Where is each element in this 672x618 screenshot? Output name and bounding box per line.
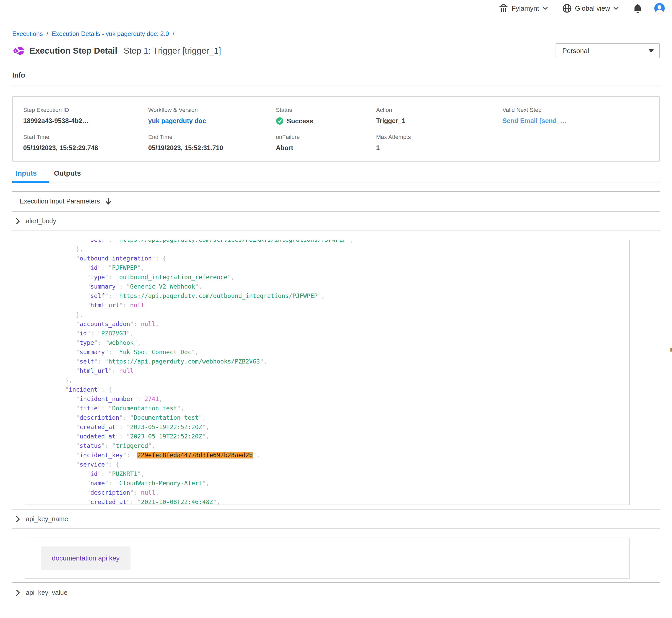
breadcrumb-execution-details-link[interactable]: Execution Details - yuk pagerduty doc: 2… <box>52 30 169 37</box>
org-switcher[interactable]: Fylamynt <box>499 3 548 13</box>
breadcrumb-separator: / <box>173 30 174 37</box>
breadcrumb-executions-link[interactable]: Executions <box>12 30 43 37</box>
scrollbar-find-marker <box>670 348 672 351</box>
tab-underline <box>12 182 660 182</box>
breadcrumb: Executions / Execution Details - yuk pag… <box>12 30 660 37</box>
scope-selected-value: Personal <box>562 47 589 55</box>
info-heading: Info <box>12 71 660 79</box>
chevron-down-icon <box>613 6 619 10</box>
field-action: Action Trigger_1 <box>376 107 502 125</box>
param-row-api-key-value[interactable]: api_key_value <box>12 583 660 602</box>
page-subtitle: Step 1: Trigger [trigger_1] <box>123 46 221 56</box>
divider <box>555 3 555 13</box>
section-divider <box>12 528 660 529</box>
field-valid-next-step: Valid Next Step Send Email [send_… <box>502 107 649 125</box>
param-label: alert_body <box>26 217 56 225</box>
workflow-step-icon <box>12 44 25 57</box>
field-status: Status Success <box>276 107 376 125</box>
api-key-name-value-box: documentation api key <box>25 538 630 579</box>
section-divider <box>12 86 660 86</box>
view-switcher[interactable]: Global view <box>562 3 619 13</box>
section-divider <box>12 230 660 231</box>
field-onfailure: onFailure Abort <box>276 134 376 152</box>
field-max-attempts: Max Attempts 1 <box>376 134 502 152</box>
breadcrumb-separator: / <box>47 30 48 37</box>
param-row-alert-body[interactable]: alert_body <box>12 212 660 230</box>
caret-down-icon <box>648 49 654 53</box>
user-avatar[interactable] <box>654 3 665 14</box>
tab-inputs[interactable]: Inputs <box>16 170 37 182</box>
page-title: Execution Step Detail <box>29 46 117 56</box>
info-card: Step Execution ID 18992a43-9538-4b2… Wor… <box>12 96 660 162</box>
org-name: Fylamynt <box>512 4 539 12</box>
params-header-label: Execution Input Parameters <box>19 198 100 205</box>
main-content: Executions / Execution Details - yuk pag… <box>0 30 672 602</box>
divider <box>625 3 626 13</box>
param-label: api_key_name <box>26 515 68 523</box>
organization-icon <box>499 3 508 13</box>
json-code: "self": "https://api.pagerduty.com/servi… <box>25 240 629 505</box>
field-step-execution-id: Step Execution ID 18992a43-9538-4b2… <box>23 107 148 125</box>
param-label: api_key_value <box>26 589 68 596</box>
chevron-right-icon <box>16 218 20 225</box>
param-row-api-key-name[interactable]: api_key_name <box>12 510 660 528</box>
chevron-right-icon <box>16 516 20 522</box>
alert-body-code-viewer[interactable]: "self": "https://api.pagerduty.com/servi… <box>25 240 630 505</box>
view-name: Global view <box>575 4 610 12</box>
scope-select[interactable]: Personal <box>556 43 660 58</box>
field-workflow-version: Workflow & Version yuk pagerduty doc <box>148 107 276 125</box>
tab-bar: Inputs Outputs <box>12 170 660 182</box>
active-tab-indicator <box>12 181 49 183</box>
api-key-name-chip: documentation api key <box>41 546 131 570</box>
top-bar: Fylamynt Global view <box>0 0 672 17</box>
notifications-bell-icon[interactable] <box>633 3 642 13</box>
title-row: Execution Step Detail Step 1: Trigger [t… <box>12 43 660 58</box>
execution-input-parameters-header: Execution Input Parameters <box>12 192 660 211</box>
field-end-time: End Time 05/19/2023, 15:52:31.710 <box>148 134 276 152</box>
globe-icon <box>562 3 572 13</box>
tab-outputs[interactable]: Outputs <box>54 170 81 182</box>
field-start-time: Start Time 05/19/2023, 15:52:29.748 <box>23 134 148 152</box>
chevron-down-icon <box>542 6 548 10</box>
next-step-link[interactable]: Send Email [send_… <box>502 117 567 124</box>
arrow-down-icon[interactable] <box>105 198 111 205</box>
status-badge: Success <box>287 117 313 125</box>
workflow-link[interactable]: yuk pagerduty doc <box>148 117 206 124</box>
chevron-right-icon <box>16 589 20 596</box>
success-check-icon <box>276 117 284 125</box>
